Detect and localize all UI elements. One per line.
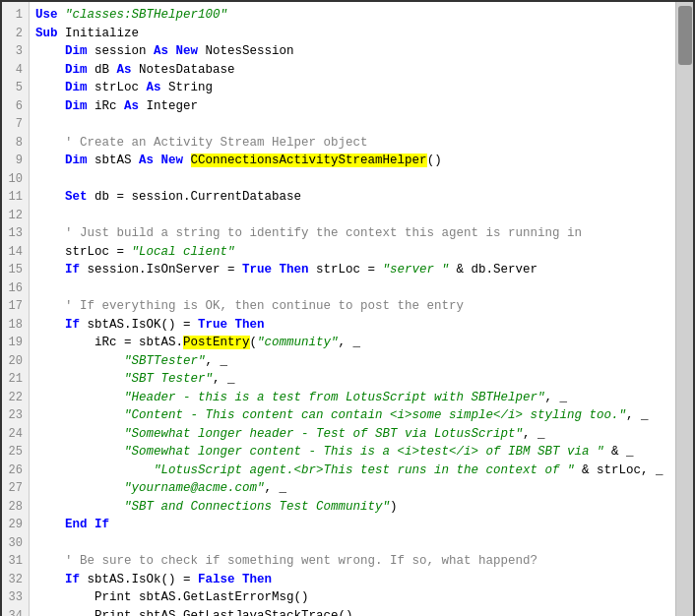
token: "Content - This content can contain <i>s…	[124, 408, 626, 422]
token	[35, 408, 124, 422]
token: If	[65, 263, 80, 277]
line-number: 17	[8, 297, 23, 316]
code-line: Print sbtAS.GetLastErrorMsg()	[35, 588, 669, 607]
token: Dim	[65, 154, 88, 167]
code-line: Dim iRc As Integer	[35, 97, 669, 116]
token: "yourname@acme.com"	[124, 481, 265, 495]
token: , _	[265, 481, 287, 495]
line-number: 22	[8, 389, 23, 407]
token: Dim	[65, 44, 88, 58]
token	[35, 44, 65, 58]
line-number: 33	[8, 588, 23, 607]
line-number: 18	[8, 316, 23, 335]
code-line: ' Be sure to check if something went wro…	[35, 552, 669, 571]
token	[35, 99, 65, 113]
token	[35, 226, 65, 240]
token	[35, 500, 124, 514]
token: CConnectionsActivityStreamHelper	[191, 154, 427, 167]
token: Dim	[65, 99, 88, 113]
line-number: 13	[8, 224, 23, 243]
code-line: Use "classes:SBTHelper100"	[35, 6, 669, 25]
token: (	[250, 336, 258, 349]
code-line: iRc = sbtAS.PostEntry("community", _	[35, 334, 669, 352]
token	[35, 299, 65, 313]
token: "LotusScript agent.<br>This test runs in…	[154, 463, 575, 477]
token: As	[147, 81, 161, 94]
scrollbar[interactable]	[675, 2, 693, 616]
token: strLoc	[88, 81, 147, 94]
token: Dim	[65, 63, 88, 77]
code-line: Sub Initialize	[35, 25, 669, 43]
token: "SBT and Connections Test Community"	[124, 500, 390, 514]
token: As New	[139, 154, 183, 167]
code-line	[35, 534, 669, 553]
token	[35, 481, 124, 495]
token	[35, 391, 124, 404]
token	[35, 573, 65, 586]
token: ()	[427, 154, 442, 167]
line-number: 9	[8, 152, 23, 170]
code-line: If sbtAS.IsOK() = True Then	[35, 316, 669, 335]
token: session	[88, 44, 155, 58]
line-number: 31	[8, 552, 23, 571]
token	[35, 354, 124, 368]
code-line	[35, 170, 669, 189]
token	[35, 318, 65, 332]
line-number: 5	[8, 79, 23, 97]
token: "Somewhat longer header - Test of SBT vi…	[124, 427, 523, 441]
token: "SBTTester"	[124, 354, 206, 368]
line-number: 7	[8, 115, 23, 134]
token	[35, 190, 65, 204]
code-line: ' Create an Activity Stream Helper objec…	[35, 134, 669, 153]
code-line: "SBTTester", _	[35, 352, 669, 371]
token: False Then	[198, 573, 272, 586]
code-line: Dim sbtAS As New CConnectionsActivityStr…	[35, 152, 669, 170]
line-number: 24	[8, 425, 23, 444]
token: , _	[213, 372, 235, 386]
code-content[interactable]: Use "classes:SBTHelper100"Sub Initialize…	[30, 2, 675, 616]
code-line: If session.IsOnServer = True Then strLoc…	[35, 261, 669, 279]
token	[35, 427, 124, 441]
token	[35, 63, 65, 77]
token	[35, 136, 65, 150]
token: Initialize	[58, 27, 140, 40]
token	[35, 445, 124, 459]
line-number: 26	[8, 462, 23, 480]
token: "Somewhat longer content - This is a <i>…	[124, 445, 604, 459]
line-number: 1	[8, 6, 23, 25]
line-numbers: 1234567891011121314151617181920212223242…	[2, 2, 30, 616]
line-number: 10	[8, 170, 23, 189]
token: Print sbtAS.GetLastErrorMsg()	[35, 590, 309, 604]
line-number: 21	[8, 370, 23, 389]
token: sbtAS.IsOk() =	[80, 573, 198, 586]
token: ' Create an Activity Stream Helper objec…	[65, 136, 368, 150]
token: sbtAS.IsOK() =	[80, 318, 198, 332]
code-editor: 1234567891011121314151617181920212223242…	[0, 0, 695, 616]
line-number: 30	[8, 534, 23, 553]
token: strLoc =	[309, 263, 383, 277]
code-line: "Header - this is a test from LotusScrip…	[35, 389, 669, 407]
token	[35, 81, 65, 94]
code-line: Print sbtAS.GetLastJavaStackTrace()	[35, 607, 669, 617]
token: iRc = sbtAS.	[35, 336, 183, 349]
token: Sub	[35, 27, 58, 40]
line-number: 11	[8, 188, 23, 207]
token: & strLoc, _	[575, 463, 663, 477]
code-line: Dim dB As NotesDatabase	[35, 61, 669, 80]
scrollbar-thumb[interactable]	[678, 6, 692, 65]
line-number: 34	[8, 607, 23, 617]
line-number: 25	[8, 443, 23, 462]
token: , _	[523, 427, 545, 441]
token: sbtAS	[88, 154, 140, 167]
code-line	[35, 207, 669, 225]
line-number: 29	[8, 516, 23, 534]
token: ' Just build a string to identify the co…	[65, 226, 582, 240]
token: session.IsOnServer =	[80, 263, 242, 277]
token: If	[65, 318, 80, 332]
token: , _	[339, 336, 361, 349]
token: "server "	[383, 263, 450, 277]
token	[183, 154, 191, 167]
token: "SBT Tester"	[124, 372, 213, 386]
token: End If	[65, 518, 109, 531]
token: , _	[626, 408, 649, 422]
